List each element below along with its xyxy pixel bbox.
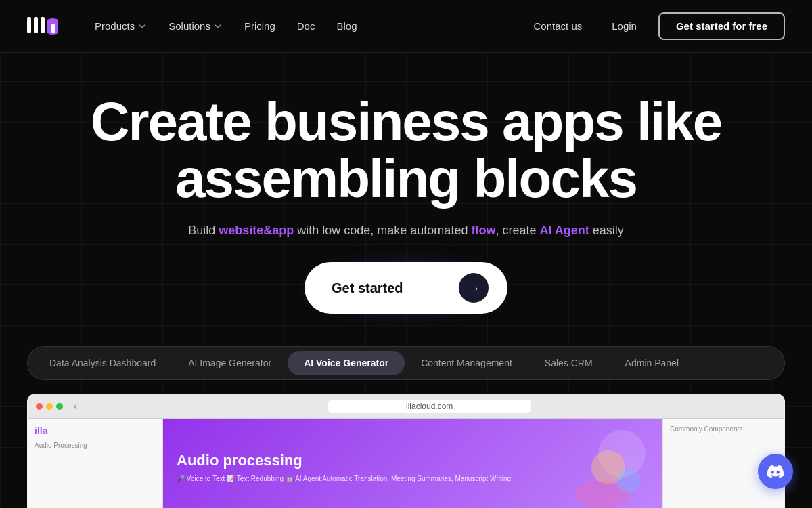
nav-item-pricing[interactable]: Pricing	[236, 15, 284, 37]
app-main-subtitle: 🎤 Voice to Text 📝 Text Redubbing 🤖 AI Ag…	[177, 475, 511, 482]
nav-item-solutions[interactable]: Solutions	[160, 15, 231, 37]
app-sidebar-logo: illa	[35, 425, 156, 436]
hero-title: Create business apps like assembling blo…	[91, 93, 722, 207]
svg-point-8	[616, 469, 641, 493]
logo[interactable]	[27, 16, 62, 37]
nav-right: Contact us Login Get started for free	[526, 12, 785, 40]
app-sidebar: illa Audio Processing	[28, 419, 163, 508]
hero-subtitle: Build website&app with low code, make au…	[188, 224, 624, 238]
doc-label: Doc	[297, 20, 315, 32]
logo-svg	[27, 16, 62, 37]
get-started-nav-button[interactable]: Get started for free	[658, 12, 785, 40]
nav-item-doc[interactable]: Doc	[289, 15, 323, 37]
svg-rect-0	[27, 20, 31, 33]
subtitle-middle: with low code, make automated	[294, 224, 471, 237]
dot-yellow	[46, 403, 53, 410]
tab-content-management[interactable]: Content Management	[405, 351, 528, 375]
hero-section: Create business apps like assembling blo…	[0, 53, 812, 346]
tab-admin-panel[interactable]: Admin Panel	[609, 351, 695, 375]
browser-dots	[36, 403, 63, 410]
nav-links: Products Solutions Pricing Doc Blog	[87, 15, 365, 37]
subtitle-after: , create	[495, 224, 539, 237]
solutions-label: Solutions	[168, 20, 210, 32]
dot-red	[36, 403, 43, 410]
discord-button[interactable]	[758, 454, 793, 489]
products-label: Products	[95, 20, 135, 32]
browser-url: illacloud.com	[328, 400, 531, 413]
nav-left: Products Solutions Pricing Doc Blog	[27, 15, 365, 37]
login-button[interactable]: Login	[601, 15, 648, 37]
browser-back-icon: ‹	[74, 400, 77, 412]
cta-label: Get started	[332, 280, 403, 296]
products-chevron-icon	[137, 22, 147, 31]
nav-item-blog[interactable]: Blog	[328, 15, 365, 37]
cta-button-wrap: Get started →	[304, 262, 508, 314]
browser-bar: ‹ illacloud.com	[28, 394, 784, 419]
app-sidebar-page: Audio Processing	[35, 442, 156, 449]
app-main-title: Audio processing	[177, 452, 511, 469]
svg-rect-1	[27, 17, 31, 20]
tabs-bar: Data Analysis Dashboard AI Image Generat…	[27, 346, 785, 380]
subtitle-end: easily	[589, 224, 624, 237]
app-deco-svg	[514, 427, 649, 508]
svg-rect-3	[41, 17, 45, 33]
nav-item-products[interactable]: Products	[87, 15, 155, 37]
tab-ai-voice[interactable]: AI Voice Generator	[288, 351, 405, 375]
app-main-content: Audio processing 🎤 Voice to Text 📝 Text …	[177, 452, 511, 482]
blog-label: Blog	[336, 20, 357, 32]
navbar: Products Solutions Pricing Doc Blog Cont…	[0, 0, 812, 53]
subtitle-before: Build	[188, 224, 219, 237]
discord-icon	[766, 462, 785, 481]
cta-button[interactable]: Get started →	[304, 262, 508, 314]
pricing-label: Pricing	[244, 20, 275, 32]
tab-ai-image[interactable]: AI Image Generator	[172, 351, 288, 375]
subtitle-website-app: website&app	[219, 224, 294, 237]
app-right-panel-label: Commonly Components	[670, 425, 777, 433]
tab-sales-crm[interactable]: Sales CRM	[528, 351, 609, 375]
dot-green	[56, 403, 63, 410]
solutions-chevron-icon	[213, 22, 223, 31]
app-content: illa Audio Processing Audio processing 🎤…	[28, 419, 784, 508]
svg-rect-4	[51, 24, 55, 33]
svg-rect-2	[34, 17, 38, 33]
app-preview: ‹ illacloud.com illa Audio Processing Au…	[27, 394, 785, 508]
app-main: Audio processing 🎤 Voice to Text 📝 Text …	[163, 419, 662, 508]
contact-link[interactable]: Contact us	[526, 15, 591, 37]
hero-title-line2: assembling blocks	[175, 148, 637, 209]
tab-data-analysis[interactable]: Data Analysis Dashboard	[33, 351, 172, 375]
cta-arrow-icon: →	[459, 273, 489, 303]
subtitle-flow: flow	[471, 224, 495, 237]
hero-title-line1: Create business apps like	[91, 91, 722, 152]
subtitle-ai: AI Agent	[539, 224, 589, 237]
